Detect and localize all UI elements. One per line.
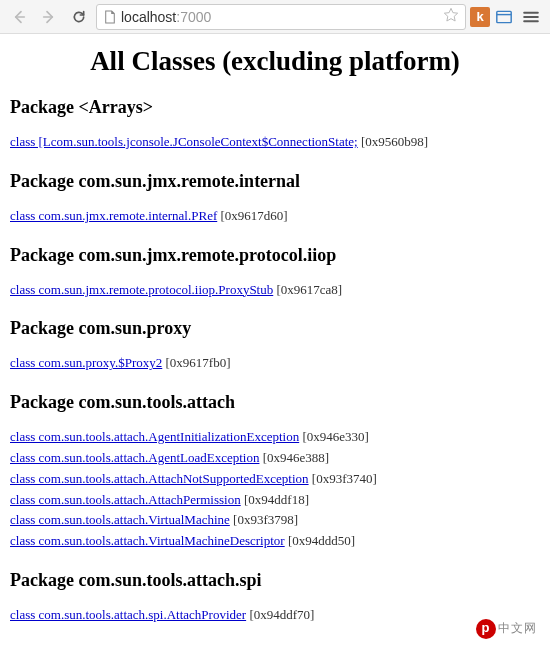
class-link[interactable]: class com.sun.proxy.$Proxy2: [10, 355, 162, 370]
class-address: [0x9560b98]: [361, 134, 428, 149]
back-button[interactable]: [6, 4, 32, 30]
package-heading: Package com.sun.tools.attach: [10, 392, 540, 413]
class-line: class com.sun.tools.attach.AgentLoadExce…: [10, 448, 540, 469]
bookmark-button[interactable]: [443, 7, 459, 26]
package-heading: Package <Arrays>: [10, 97, 540, 118]
package-heading: Package com.sun.jmx.remote.internal: [10, 171, 540, 192]
class-link[interactable]: class com.sun.tools.attach.AgentLoadExce…: [10, 450, 259, 465]
class-address: [0x94ddf18]: [244, 492, 309, 507]
arrow-right-icon: [41, 9, 57, 25]
class-link[interactable]: class com.sun.tools.attach.AttachPermiss…: [10, 492, 241, 507]
page-title: All Classes (excluding platform): [10, 46, 540, 77]
url-port: :7000: [176, 9, 211, 25]
reload-icon: [71, 9, 87, 25]
extension-k-label: k: [476, 9, 483, 24]
class-link[interactable]: class com.sun.tools.attach.spi.AttachPro…: [10, 607, 246, 622]
class-address: [0x94ddd50]: [288, 533, 355, 548]
package-heading: Package com.sun.tools.attach.spi: [10, 570, 540, 591]
page-content: All Classes (excluding platform) Package…: [0, 34, 550, 646]
extension-k-button[interactable]: k: [470, 7, 490, 27]
class-address: [0x93f3798]: [233, 512, 298, 527]
hamburger-icon: [523, 11, 539, 23]
class-line: class com.sun.proxy.$Proxy2 [0x9617fb0]: [10, 353, 540, 374]
package-heading: Package com.sun.proxy: [10, 318, 540, 339]
class-address: [0x9617fb0]: [166, 355, 231, 370]
menu-button[interactable]: [518, 4, 544, 30]
class-link[interactable]: class com.sun.tools.attach.VirtualMachin…: [10, 512, 230, 527]
class-address: [0x9617ca8]: [276, 282, 342, 297]
class-line: class com.sun.tools.attach.VirtualMachin…: [10, 510, 540, 531]
class-line: class com.sun.tools.attach.spi.AttachPro…: [10, 605, 540, 626]
class-link[interactable]: class com.sun.tools.attach.AgentInitiali…: [10, 429, 299, 444]
forward-button[interactable]: [36, 4, 62, 30]
class-line: class com.sun.tools.attach.VirtualMachin…: [10, 531, 540, 552]
star-icon: [443, 7, 459, 23]
reload-button[interactable]: [66, 4, 92, 30]
class-line: class [Lcom.sun.tools.jconsole.JConsoleC…: [10, 132, 540, 153]
class-line: class com.sun.jmx.remote.internal.PRef […: [10, 206, 540, 227]
class-link[interactable]: class com.sun.tools.attach.VirtualMachin…: [10, 533, 285, 548]
svg-rect-0: [497, 11, 511, 22]
window-icon: [496, 10, 512, 24]
class-line: class com.sun.tools.attach.AgentInitiali…: [10, 427, 540, 448]
url-text: localhost:7000: [121, 9, 439, 25]
class-line: class com.sun.jmx.remote.protocol.iiop.P…: [10, 280, 540, 301]
page-icon: [103, 10, 117, 24]
class-link[interactable]: class [Lcom.sun.tools.jconsole.JConsoleC…: [10, 134, 358, 149]
class-address: [0x94ddf70]: [249, 607, 314, 622]
class-link[interactable]: class com.sun.tools.attach.AttachNotSupp…: [10, 471, 309, 486]
url-host: localhost: [121, 9, 176, 25]
class-line: class com.sun.tools.attach.AttachNotSupp…: [10, 469, 540, 490]
class-line: class com.sun.tools.attach.AttachPermiss…: [10, 490, 540, 511]
browser-toolbar: localhost:7000 k: [0, 0, 550, 34]
package-heading: Package com.sun.jmx.remote.protocol.iiop: [10, 245, 540, 266]
class-address: [0x93f3740]: [312, 471, 377, 486]
class-link[interactable]: class com.sun.jmx.remote.internal.PRef: [10, 208, 217, 223]
url-bar[interactable]: localhost:7000: [96, 4, 466, 30]
class-address: [0x946e330]: [302, 429, 368, 444]
extension-blue-button[interactable]: [494, 7, 514, 27]
arrow-left-icon: [11, 9, 27, 25]
class-address: [0x9617d60]: [220, 208, 287, 223]
class-address: [0x946e388]: [263, 450, 329, 465]
class-link[interactable]: class com.sun.jmx.remote.protocol.iiop.P…: [10, 282, 273, 297]
